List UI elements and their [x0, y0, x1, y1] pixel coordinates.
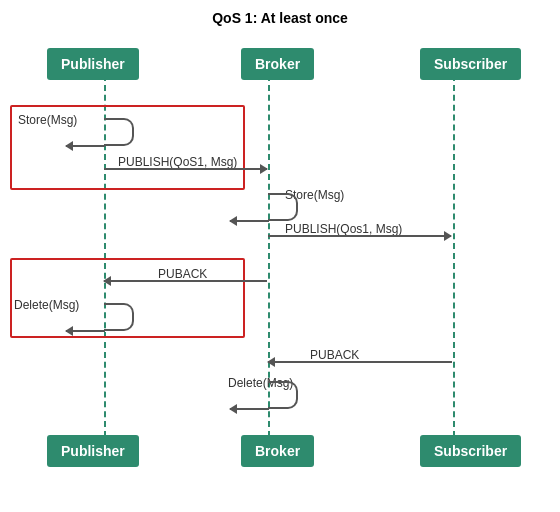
- puback-arrow-2: [268, 361, 452, 363]
- subscriber-top-box: Subscriber: [420, 48, 521, 80]
- publish-qos1-arrow-2: [268, 235, 451, 237]
- store-msg-label-1: Store(Msg): [18, 113, 77, 127]
- self-loop-1: [104, 118, 134, 146]
- subscriber-lifeline: [453, 75, 455, 437]
- self-loop-arrow-2: [230, 220, 269, 222]
- self-loop-2: [268, 193, 298, 221]
- self-loop-3: [104, 303, 134, 331]
- publisher-bottom-box: Publisher: [47, 435, 139, 467]
- publish-qos1-arrow: [104, 168, 267, 170]
- subscriber-bottom-box: Subscriber: [420, 435, 521, 467]
- broker-bottom-box: Broker: [241, 435, 314, 467]
- publisher-top-box: Publisher: [47, 48, 139, 80]
- publish-qos1-label: PUBLISH(QoS1, Msg): [118, 155, 237, 169]
- delete-msg-label-1: Delete(Msg): [14, 298, 79, 312]
- self-loop-arrow-3: [66, 330, 105, 332]
- broker-top-box: Broker: [241, 48, 314, 80]
- puback-label-2: PUBACK: [310, 348, 359, 362]
- self-loop-4: [268, 381, 298, 409]
- diagram-container: QoS 1: At least once Publisher Broker Su…: [0, 0, 560, 512]
- publish-qos1-label-2: PUBLISH(Qos1, Msg): [285, 222, 402, 236]
- self-loop-arrow-1: [66, 145, 105, 147]
- puback-arrow-1: [104, 280, 267, 282]
- puback-label-1: PUBACK: [158, 267, 207, 281]
- self-loop-arrow-4: [230, 408, 269, 410]
- page-title: QoS 1: At least once: [0, 0, 560, 26]
